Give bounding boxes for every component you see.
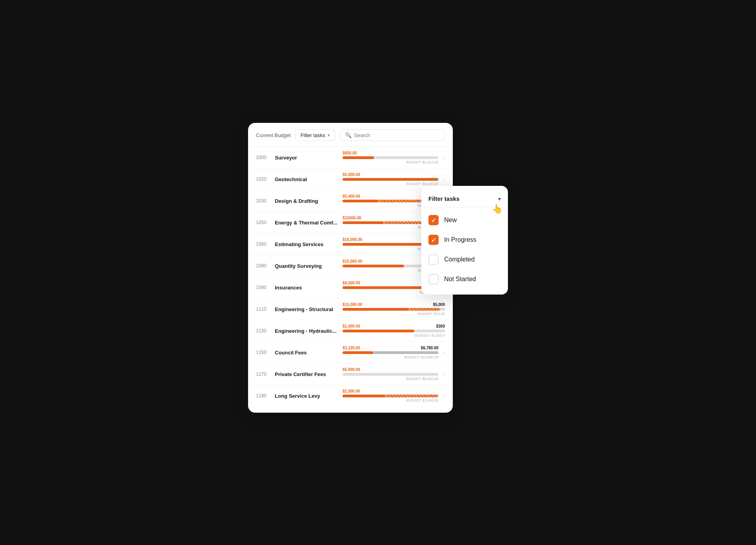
filter-tasks-label: Filter tasks [300, 132, 325, 138]
chevron-down-icon: ▾ [498, 196, 501, 202]
task-amount-primary: $5,000.00 [343, 172, 360, 177]
task-amounts: $3,220.00 $6,780.00 [343, 346, 438, 350]
task-amounts: $2,000.00 [343, 389, 438, 393]
task-bar-area: $3,220.00 $6,780.00 BUDGET: $10,000.00 [343, 346, 438, 359]
task-bar-area: $1,000.00 $300 BUDGET: $1,000.0 [343, 324, 445, 337]
task-name: Surveyor [275, 155, 338, 161]
task-bar-secondary [373, 351, 438, 354]
filter-option-not-started[interactable]: Not Started [421, 269, 508, 289]
card-header: Current Budget Filter tasks ▾ 🔍 [248, 123, 453, 147]
filter-option-in-progress[interactable]: In Progress [421, 230, 508, 250]
task-bar-track [343, 156, 438, 159]
task-row[interactable]: 1170 Private Certifier Fees $5,000.00 BU… [248, 363, 453, 385]
search-box: 🔍 [340, 129, 445, 141]
task-amount-primary: $2,000.00 [343, 389, 360, 393]
chevron-right-icon: › [443, 393, 445, 399]
chevron-right-icon: › [443, 371, 445, 377]
task-bar-area: $15,000.00 $5,000 BUDGET: $15,00 [343, 302, 445, 316]
task-bar-primary [343, 330, 414, 332]
dropdown-header: Filter tasks ▾ 👆 [421, 191, 508, 208]
task-amount-primary: $5,400.00 [343, 194, 360, 198]
task-bar-area: $600.00 BUDGET: $1,810.00 [343, 151, 438, 164]
task-name: Long Service Levy [275, 393, 338, 399]
task-bar-primary [343, 200, 378, 202]
task-code: 1050 [256, 220, 270, 225]
filter-option-label: Not Started [444, 276, 476, 283]
task-name: Estimating Services [275, 241, 338, 247]
checkbox-in-progress[interactable] [428, 235, 439, 245]
task-bar-primary [343, 221, 384, 224]
task-name: Geotechnical [275, 176, 338, 182]
task-amount-secondary: $5,000 [433, 302, 445, 307]
task-code: 1080 [256, 263, 270, 269]
task-amount-primary: $15000.00 [343, 216, 361, 220]
filter-tasks-button[interactable]: Filter tasks ▾ [295, 130, 335, 141]
task-code: 1170 [256, 371, 270, 377]
task-bar-primary [343, 351, 373, 354]
task-budget-label: BUDGET: $1,000.0 [343, 334, 445, 337]
task-name: Engineering - Hydraulic... [275, 328, 338, 334]
search-input[interactable] [354, 132, 440, 138]
task-row[interactable]: 1190 Long Service Levy $2,000.00 BUDGET:… [248, 385, 453, 406]
task-bar-track [343, 330, 445, 332]
task-bar-primary [343, 286, 424, 289]
task-amounts: $5,000.00 [343, 172, 438, 177]
header-title: Current Budget [256, 132, 291, 138]
task-bar-primary [343, 265, 404, 267]
task-budget-label: BUDGET: $10,000.00 [343, 355, 438, 359]
filter-option-completed[interactable]: Completed [421, 250, 508, 269]
search-icon: 🔍 [345, 132, 352, 138]
task-name: Private Certifier Fees [275, 371, 338, 377]
filter-option-label: In Progress [444, 236, 476, 243]
scene: Current Budget Filter tasks ▾ 🔍 1000 Sur… [248, 123, 508, 422]
task-amount-primary: $600.00 [343, 151, 357, 155]
filter-option-label: Completed [444, 256, 474, 263]
task-bar-area: $2,000.00 BUDGET: $2,000.00 [343, 389, 438, 402]
task-budget-label: BUDGET: $2,000.00 [343, 399, 438, 402]
checkbox-new[interactable] [428, 215, 439, 225]
task-code: 1110 [256, 306, 270, 312]
filter-options-list: New In Progress Completed Not Started [421, 210, 508, 289]
task-bar-primary [343, 395, 385, 397]
task-code: 1020 [256, 176, 270, 182]
task-amount-primary: $10,000.00 [343, 259, 362, 263]
task-row[interactable]: 1150 Council Fees $3,220.00 $6,780.00 BU… [248, 342, 453, 363]
checkbox-not-started[interactable] [428, 274, 439, 284]
filter-dropdown: Filter tasks ▾ 👆 New In Progress Complet… [421, 186, 508, 295]
task-amount-secondary: $300 [436, 324, 445, 328]
task-amount-primary: $15,000.00 [343, 302, 362, 307]
task-budget-label: BUDGET: $5,000.00 [343, 182, 438, 186]
chevron-right-icon: › [443, 176, 445, 182]
task-bar-track [343, 178, 438, 181]
task-amounts: $1,000.00 $300 [343, 324, 445, 328]
chevron-down-icon: ▾ [328, 133, 330, 138]
task-name: Quantity Surveying [275, 263, 338, 269]
task-row[interactable]: 1000 Surveyor $600.00 BUDGET: $1,810.00 … [248, 147, 453, 169]
task-name: Engineering - Structural [275, 306, 338, 312]
task-bar-track [343, 351, 438, 354]
task-bar-track [343, 308, 445, 311]
task-amount-primary: $3,220.00 [343, 346, 360, 350]
filter-option-label: New [444, 217, 457, 224]
task-bar-area: $5,000.00 BUDGET: $5,000.00 [343, 367, 438, 381]
task-bar-track [343, 395, 438, 397]
task-name: Insurances [275, 285, 338, 291]
dropdown-title: Filter tasks [428, 195, 460, 202]
task-budget-label: BUDGET: $1,810.00 [343, 160, 438, 164]
task-amounts: $5,000.00 [343, 367, 438, 372]
task-amount-primary: $5,000.00 [343, 367, 360, 372]
task-row: 1130 Engineering - Hydraulic... $1,000.0… [248, 320, 453, 342]
checkbox-completed[interactable] [428, 254, 439, 265]
task-code: 1030 [256, 198, 270, 204]
task-bar-primary [343, 308, 409, 311]
chevron-right-icon: › [443, 154, 445, 161]
task-code: 1150 [256, 350, 270, 355]
chevron-right-icon: › [443, 349, 445, 356]
task-bar-primary [343, 243, 424, 246]
task-code: 1000 [256, 155, 270, 160]
task-code: 1190 [256, 393, 270, 399]
task-bar-primary [343, 156, 374, 159]
task-row[interactable]: 1020 Geotechnical $5,000.00 BUDGET: $5,0… [248, 169, 453, 190]
task-amount-primary: $18,000.00 [343, 237, 362, 242]
task-name: Design & Drafting [275, 198, 338, 204]
